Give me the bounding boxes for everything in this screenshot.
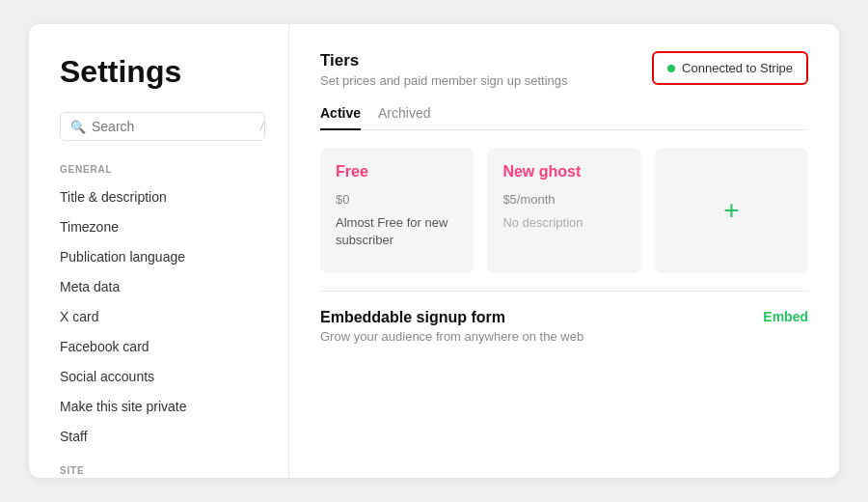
sidebar-item-timezone[interactable]: Timezone bbox=[60, 212, 265, 242]
stripe-badge-label: Connected to Stripe bbox=[682, 61, 793, 75]
divider bbox=[320, 291, 808, 292]
sidebar-item-publication-language[interactable]: Publication language bbox=[60, 242, 265, 272]
search-box[interactable]: 🔍 / bbox=[60, 112, 265, 141]
tiers-subtitle: Set prices and paid member sign up setti… bbox=[320, 73, 568, 88]
tab-active[interactable]: Active bbox=[320, 105, 361, 130]
sidebar-item-social-accounts[interactable]: Social accounts bbox=[60, 362, 265, 392]
embed-title: Embeddable signup form bbox=[320, 309, 583, 326]
tiers-grid: Free $0 Almost Free for new subscriber N… bbox=[320, 148, 808, 273]
tier-desc-free: Almost Free for new subscriber bbox=[336, 214, 458, 249]
tiers-header: Tiers Set prices and paid member sign up… bbox=[320, 51, 808, 88]
tier-add-button[interactable]: + bbox=[655, 148, 808, 273]
stripe-status-dot bbox=[667, 65, 675, 72]
embed-link[interactable]: Embed bbox=[763, 309, 808, 324]
tabs: Active Archived bbox=[320, 105, 808, 130]
sidebar-item-staff[interactable]: Staff bbox=[60, 422, 265, 452]
sidebar-item-private[interactable]: Make this site private bbox=[60, 392, 265, 422]
search-icon: 🔍 bbox=[70, 120, 86, 134]
sidebar-item-meta-data[interactable]: Meta data bbox=[60, 272, 265, 302]
main-content: Tiers Set prices and paid member sign up… bbox=[289, 24, 839, 478]
search-input[interactable] bbox=[92, 119, 260, 134]
search-shortcut: / bbox=[260, 120, 263, 133]
nav-site-label: SITE bbox=[60, 465, 265, 476]
tiers-title: Tiers bbox=[320, 51, 568, 70]
page-title: Settings bbox=[60, 55, 265, 89]
embed-subtitle: Grow your audience from anywhere on the … bbox=[320, 329, 583, 344]
sidebar: Settings 🔍 / GENERAL Title & description… bbox=[29, 24, 289, 478]
tier-price-free: $0 bbox=[336, 186, 458, 209]
tier-desc-newghost: No description bbox=[502, 214, 625, 232]
tier-price-newghost: $5/month bbox=[502, 186, 625, 209]
embed-row: Embeddable signup form Grow your audienc… bbox=[320, 309, 808, 344]
add-tier-icon: + bbox=[723, 195, 739, 226]
sidebar-item-x-card[interactable]: X card bbox=[60, 302, 265, 332]
sidebar-item-facebook-card[interactable]: Facebook card bbox=[60, 332, 265, 362]
stripe-badge[interactable]: Connected to Stripe bbox=[652, 51, 808, 85]
tab-archived[interactable]: Archived bbox=[378, 105, 430, 130]
sidebar-item-title-description[interactable]: Title & description bbox=[60, 182, 265, 212]
tier-name-newghost: New ghost bbox=[502, 163, 625, 181]
tier-card-newghost[interactable]: New ghost $5/month No description bbox=[487, 148, 640, 273]
tier-name-free: Free bbox=[336, 163, 458, 181]
tier-card-free[interactable]: Free $0 Almost Free for new subscriber bbox=[320, 148, 474, 273]
nav-general-label: GENERAL bbox=[60, 164, 265, 175]
tier-price-suffix: /month bbox=[517, 192, 556, 207]
